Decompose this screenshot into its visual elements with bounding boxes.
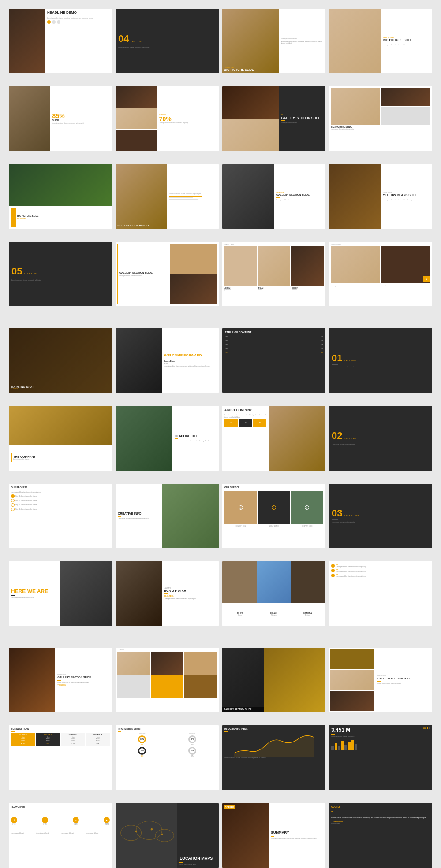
slide-title: OUR PROCESS	[11, 486, 110, 489]
slide-title: GALLERY SECTION SLIDE	[119, 271, 167, 274]
slide-title: THE COMPANY	[13, 455, 36, 458]
slide-title: TABLE OF CONTENT	[225, 331, 323, 334]
stat-number: 85%	[52, 113, 110, 119]
slide-grid-11: FLOWCHART ⚙ STEP 1 ✓ STEP 2 ★ STE	[9, 803, 432, 868]
slide-ega-gp: LAMINARO EGA G P UTAH 20.05.FEEL Lorem i…	[116, 561, 219, 626]
slide-infographic-icons: 01 Lorem ipsum dolor sit amet consectetu…	[329, 561, 432, 626]
part-number: 04	[118, 34, 129, 44]
slide-quotes: QUOTES " Lorem ipsum dolor sit amet cons…	[329, 803, 432, 868]
slide-headline-title: HEADLINE TITLE Lorem ipsum dolor sit ame…	[116, 406, 219, 470]
slide-big-picture-white: BIG PICTURE BIG PICTURE SLIDE Lorem ipsu…	[329, 9, 432, 73]
slide-70-percent-gallery: STEP 02 70% Lorem ipsum dolor sit amet c…	[116, 86, 219, 151]
slide-title: LOCATION MAPS	[179, 857, 217, 861]
slide-team: ASHIT PDirector DHANY NManager K RAHMAND…	[222, 561, 325, 626]
slide-famed-coffee-2: FAMED COFFEE S Lorem ipsum dolor sit ame…	[329, 242, 432, 306]
slide-welcome: WELCOME FORWARD James Bean AGENT Lorem i…	[116, 328, 219, 393]
slide-sub: BIG PICTURE	[17, 218, 38, 219]
svg-point-0	[121, 825, 142, 840]
slide-big-stat: 3.451 M Lorem ipsum dolor sit amet conse…	[329, 725, 432, 790]
slide-title: EGA G P UTAH	[164, 589, 217, 593]
slide-title: SUMMARY	[271, 831, 323, 835]
slide-label: FAMED COFFEE	[224, 244, 324, 245]
part-label: PART THREE	[344, 515, 359, 517]
slide-title: GALLERY SECTION SLIDE	[224, 708, 262, 711]
part-number: 03	[332, 508, 342, 518]
slide-business-plan: BUSINESS PLAN PACKAGE 01 • Item• Item• I…	[9, 725, 112, 790]
slide-body: Lorem ipsum dolor sit amet consectetur a…	[47, 17, 110, 19]
slide-grid-8: HERE WE ARE Lorem ipsum dolor sit amet c…	[9, 561, 432, 626]
slide-title: QUOTES	[331, 805, 430, 808]
stat-label: SLIDE	[52, 119, 110, 122]
row-gap-2	[9, 639, 432, 648]
slide-title: GALLERY SECTION SLIDE	[281, 116, 323, 120]
slide-title: GALLERY SECTION SLIDE	[276, 193, 323, 197]
slide-our-process: OUR PROCESS Lorem ipsum dolor sit amet c…	[9, 484, 112, 548]
slide-flowchart: FLOWCHART ⚙ STEP 1 ✓ STEP 2 ★ STE	[9, 803, 112, 868]
stat-number: 3.451 M	[331, 727, 350, 733]
slide-title: BUSINESS PLAN	[11, 727, 110, 730]
slide-gallery-section-dark: GALLERY SECTION SLIDE Lorem ipsum dolor …	[116, 164, 219, 229]
slide-title: GALLERY SECTION SLIDE	[377, 677, 430, 680]
slide-title: HEADLINE TITLE	[175, 434, 217, 438]
slide-title: GALLERY SECTION SLIDE	[57, 676, 110, 679]
slide-famed-coffee-1: FAMED COFFEE LOREMipsum dolor IPSUMdolor…	[222, 242, 325, 306]
slide-gallery-dark-food: GALLERY SECTION SLIDE	[222, 648, 325, 712]
slide-03-part-three: 03 PART THREE Lorem ipsum dolor sit amet…	[329, 484, 432, 548]
slide-infographic-table: INFOGRAPHIC TABLE Lorem ipsum dolor sit …	[222, 725, 325, 790]
part-label: PART FIVE	[24, 273, 37, 275]
slide-grid-9: FRESH SPICE GALLERY SECTION SLIDE Lorem …	[9, 648, 432, 712]
slide-summary: COFFEE SUMMARY Lorem ipsum dolor sit ame…	[222, 803, 325, 868]
slide-gallery-white-2: FRESH SPICE GALLERY SECTION SLIDE Lorem …	[329, 648, 432, 712]
svg-point-1	[136, 821, 162, 839]
slide-location-maps: LOCATION MAPS Lorem ipsum dolor sit amet	[116, 803, 219, 868]
slide-title: OUR SERVICE	[224, 486, 323, 489]
part-label: PART ONE	[344, 360, 356, 362]
part-label: PART TWO	[344, 437, 357, 439]
slide-gallery-grid: COLUMN II	[116, 648, 219, 712]
svg-point-2	[155, 829, 174, 842]
svg-point-4	[151, 828, 153, 830]
slide-grid-6: THE COMPANY Lorem ipsum dolor sit amet H…	[9, 406, 432, 470]
row-gap-1	[9, 319, 432, 328]
slide-title: INFOGRAPHIC TABLE	[224, 727, 323, 730]
slide-title: CREATIVE INFO	[118, 512, 160, 516]
part-number: 01	[332, 353, 342, 363]
slide-title: ABOUT COMPANY	[224, 408, 266, 412]
slide-gallery-section-1: 80 GALLERY SECTION SLIDE Lorem ipsum dol…	[222, 86, 325, 151]
slide-our-service: OUR SERVICE ☕ CONCEPT IDEA ★ ABOUT AWARD	[222, 484, 325, 548]
welcome-name: James Bean	[164, 360, 217, 362]
slide-title: BIG PICTURE SLIDE	[383, 38, 430, 42]
slide-04-part-four: 04 PART FOUR Lorem ipsum dolor sit amet …	[116, 9, 219, 73]
slide-title: HERE WE ARE	[11, 589, 58, 594]
slide-title: HEADLINE DEMO	[47, 11, 110, 15]
slide-big-picture-grid: BIG PICTURE SLIDE Lorem ipsum dolor sit …	[329, 86, 432, 151]
slide-grid-10: BUSINESS PLAN PACKAGE 01 • Item• Item• I…	[9, 725, 432, 790]
slide-grid-7: OUR PROCESS Lorem ipsum dolor sit amet c…	[9, 484, 432, 548]
part-label: PART FOUR	[131, 40, 145, 42]
stat-number: 70%	[159, 116, 217, 122]
slide-grid-2: 85% SLIDE Lorem ipsum dolor sit amet con…	[9, 86, 432, 151]
slide-information-chart: INFORMATION CHART CREATED 80% 80% PROCES…	[116, 725, 219, 790]
slide-marketing-report: MARKETING REPORT JULY 2018	[9, 328, 112, 393]
slide-85-percent: 85% SLIDE Lorem ipsum dolor sit amet con…	[9, 86, 112, 151]
slide-big-picture-orange: BIG PICTURE SLIDE BIG PICTURE	[9, 164, 112, 229]
slide-02-part-two: 02 PART TWO Lorem ipsum dolor sit amet c…	[329, 406, 432, 470]
slide-title: INFORMATION CHART	[118, 727, 217, 730]
slide-05-part-five: 05 PART FIVE Lorem ipsum dolor sit amet …	[9, 242, 112, 306]
slide-grid-3: BIG PICTURE SLIDE BIG PICTURE GALLERY SE…	[9, 164, 432, 229]
slide-title: GALLERY SECTION SLIDE	[117, 224, 150, 227]
slide-big-picture-dark: FIVE SPICE BIG PICTURE SLIDE Lorem ipsum…	[222, 9, 325, 73]
slide-creative-info: CREATIVE INFO Lorem ipsum dolor sit amet…	[116, 484, 219, 548]
slide-title: YELLOW BEANS SLIDE	[383, 193, 430, 197]
slide-grid-1: HEADLINE DEMO Lorem ipsum dolor sit amet…	[9, 9, 432, 73]
slide-about-company: ABOUT COMPANY Lorem ipsum dolor sit amet…	[222, 406, 325, 470]
slide-grid-4: 05 PART FIVE Lorem ipsum dolor sit amet …	[9, 242, 432, 306]
slide-the-company: THE COMPANY Lorem ipsum dolor sit amet	[9, 406, 112, 470]
slide-gallery-section-white: THE REPORT GALLERY SECTION SLIDE Lorem i…	[222, 164, 325, 229]
slide-label: FAMED COFFEE	[331, 244, 430, 245]
slide-gallery-coffee: FRESH SPICE GALLERY SECTION SLIDE Lorem …	[9, 648, 112, 712]
svg-point-3	[135, 830, 137, 832]
slide-grid-5: MARKETING REPORT JULY 2018 WELCOME FORWA…	[9, 328, 432, 393]
slide-yellow-beans: FRESH SCENE YELLOW BEANS SLIDE Lorem ips…	[329, 164, 432, 229]
slide-title: BIG PICTURE SLIDE	[224, 68, 254, 72]
